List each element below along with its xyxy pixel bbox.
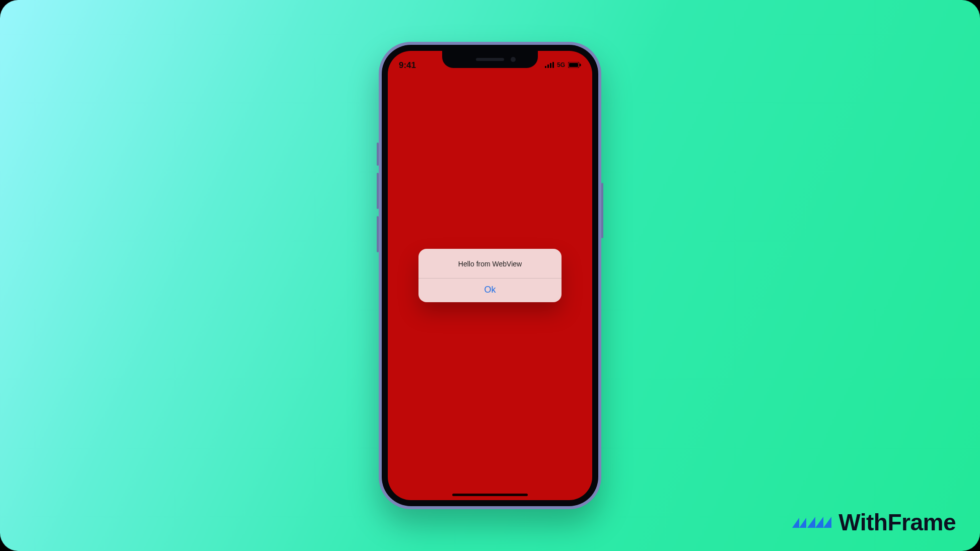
svg-marker-8	[807, 517, 831, 528]
front-camera	[511, 57, 516, 62]
battery-icon	[568, 62, 581, 68]
phone-bezel: 9:41 5G	[382, 45, 598, 506]
home-indicator[interactable]	[452, 494, 528, 496]
phone-notch	[442, 51, 538, 68]
phone-side-button	[377, 216, 379, 252]
phone-side-button	[377, 143, 379, 166]
status-bar-time: 9:41	[399, 61, 416, 70]
speaker-grill	[476, 58, 504, 61]
promo-card: 9:41 5G	[0, 0, 980, 551]
svg-rect-5	[569, 63, 578, 67]
svg-rect-6	[580, 64, 581, 66]
brand-watermark-text: WithFrame	[838, 509, 956, 536]
withframe-logo-icon	[792, 511, 831, 534]
network-type-label: 5G	[557, 61, 565, 68]
brand-watermark: WithFrame	[792, 509, 956, 536]
cellular-signal-icon	[545, 62, 554, 68]
svg-rect-1	[547, 64, 549, 68]
alert-dialog: Hello from WebView Ok	[418, 249, 562, 302]
svg-marker-7	[792, 518, 806, 528]
alert-ok-button[interactable]: Ok	[418, 279, 562, 302]
iphone-device-frame: 9:41 5G	[379, 42, 601, 509]
svg-rect-2	[550, 63, 551, 68]
alert-message: Hello from WebView	[418, 249, 562, 278]
svg-rect-0	[545, 66, 546, 68]
phone-screen: 9:41 5G	[388, 51, 592, 500]
phone-side-button	[601, 183, 603, 238]
phone-side-button	[377, 173, 379, 209]
svg-rect-3	[552, 62, 554, 68]
